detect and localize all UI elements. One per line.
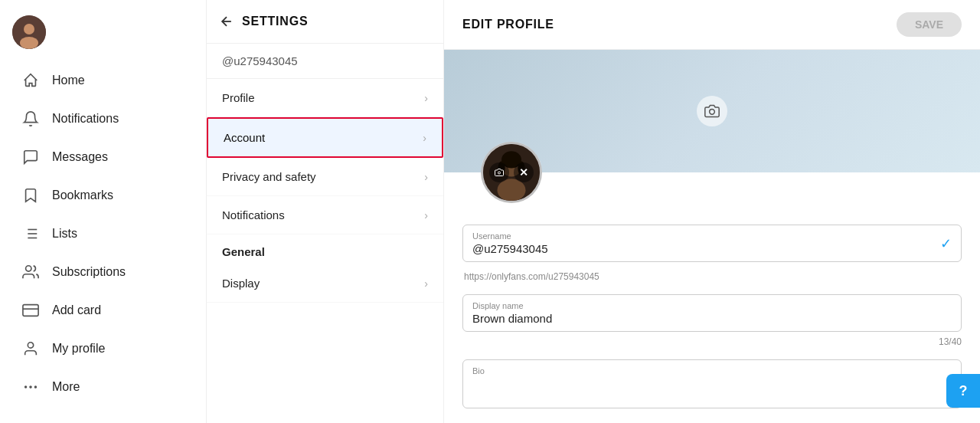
avatar-remove-button[interactable]: ✕ bbox=[514, 162, 534, 182]
svg-point-12 bbox=[28, 343, 33, 348]
chevron-right-icon: › bbox=[424, 92, 428, 104]
svg-point-2 bbox=[20, 37, 38, 49]
chevron-right-icon-notifications: › bbox=[424, 209, 428, 221]
credit-card-icon bbox=[21, 301, 40, 320]
bio-label: Bio bbox=[472, 366, 952, 375]
profile-url: https://onlyfans.com/u275943045 bbox=[462, 268, 962, 282]
sidebar-item-messages-label: Messages bbox=[52, 150, 108, 164]
sidebar-item-bookmarks-label: Bookmarks bbox=[52, 189, 113, 202]
svg-point-13 bbox=[30, 386, 31, 388]
svg-point-16 bbox=[710, 110, 715, 115]
settings-menu-item-account-label: Account bbox=[224, 131, 265, 144]
help-button[interactable]: ? bbox=[946, 374, 980, 408]
bio-field[interactable]: Bio bbox=[462, 359, 962, 408]
settings-menu-item-privacy[interactable]: Privacy and safety › bbox=[207, 158, 443, 196]
list-icon bbox=[21, 225, 40, 243]
settings-menu-item-notifications[interactable]: Notifications › bbox=[207, 196, 443, 234]
settings-menu-item-privacy-label: Privacy and safety bbox=[222, 170, 316, 183]
svg-rect-10 bbox=[23, 305, 38, 316]
sidebar-item-more-label: More bbox=[52, 380, 80, 394]
edit-panel: EDIT PROFILE SAVE bbox=[444, 0, 980, 423]
dots-icon bbox=[21, 378, 40, 396]
settings-menu-item-profile[interactable]: Profile › bbox=[207, 79, 443, 117]
display-name-value: Brown diamond bbox=[472, 312, 927, 325]
save-button[interactable]: SAVE bbox=[897, 12, 962, 37]
sidebar-item-my-profile-label: My profile bbox=[52, 342, 105, 356]
settings-panel: SETTINGS @u275943045 Profile › Account ›… bbox=[207, 0, 444, 423]
sidebar-item-home[interactable]: Home bbox=[6, 62, 200, 99]
sidebar-item-subscriptions[interactable]: Subscriptions bbox=[6, 254, 200, 290]
sidebar-item-my-profile[interactable]: My profile bbox=[6, 330, 200, 367]
svg-point-23 bbox=[498, 172, 501, 174]
display-name-field[interactable]: Display name Brown diamond bbox=[462, 294, 962, 332]
bell-icon bbox=[21, 110, 40, 128]
sidebar-item-add-card[interactable]: Add card bbox=[6, 292, 200, 329]
chevron-right-icon-account: › bbox=[423, 132, 426, 144]
person-circle-icon bbox=[21, 339, 40, 358]
profile-avatar-area[interactable]: ✕ bbox=[481, 142, 542, 203]
sidebar: Home Notifications Messages bbox=[0, 0, 207, 423]
sidebar-item-subscriptions-label: Subscriptions bbox=[52, 265, 126, 279]
svg-point-9 bbox=[26, 266, 31, 271]
sidebar-item-add-card-label: Add card bbox=[52, 303, 101, 317]
sidebar-item-lists[interactable]: Lists bbox=[6, 215, 200, 252]
svg-point-14 bbox=[35, 386, 37, 388]
settings-menu-item-display[interactable]: Display › bbox=[207, 264, 443, 303]
edit-profile-title: EDIT PROFILE bbox=[462, 18, 554, 31]
home-icon bbox=[21, 71, 40, 90]
username-field[interactable]: Username @u275943045 ✓ bbox=[462, 225, 962, 262]
sidebar-item-bookmarks[interactable]: Bookmarks bbox=[6, 177, 200, 214]
form-area: Username @u275943045 ✓ https://onlyfans.… bbox=[444, 209, 980, 423]
display-name-label: Display name bbox=[472, 301, 927, 310]
settings-menu: Profile › Account › Privacy and safety ›… bbox=[207, 79, 443, 423]
back-button[interactable] bbox=[219, 14, 234, 29]
settings-username: @u275943045 bbox=[207, 44, 443, 79]
display-name-counter: 13/40 bbox=[462, 336, 962, 347]
chevron-right-icon-display: › bbox=[424, 277, 428, 290]
person-group-icon bbox=[21, 263, 40, 281]
sidebar-item-lists-label: Lists bbox=[52, 227, 77, 241]
avatar-camera-button[interactable] bbox=[489, 162, 509, 182]
help-icon: ? bbox=[959, 383, 968, 399]
sidebar-item-notifications[interactable]: Notifications bbox=[6, 100, 200, 137]
svg-point-1 bbox=[24, 24, 34, 34]
cover-camera-button[interactable] bbox=[697, 96, 727, 126]
avatar-overlay: ✕ bbox=[481, 142, 542, 203]
settings-section-general: General bbox=[207, 234, 443, 264]
sidebar-item-messages[interactable]: Messages bbox=[6, 139, 200, 175]
settings-menu-item-notifications-label: Notifications bbox=[222, 208, 285, 221]
sidebar-item-more[interactable]: More bbox=[6, 369, 200, 405]
bookmark-icon bbox=[21, 186, 40, 205]
edit-header: EDIT PROFILE SAVE bbox=[444, 0, 980, 50]
settings-menu-item-profile-label: Profile bbox=[222, 91, 255, 104]
check-icon: ✓ bbox=[940, 235, 952, 252]
sidebar-item-home-label: Home bbox=[52, 74, 85, 87]
username-label: Username bbox=[472, 231, 927, 241]
settings-menu-item-display-label: Display bbox=[222, 277, 260, 290]
message-icon bbox=[21, 148, 40, 166]
settings-header: SETTINGS bbox=[207, 0, 443, 44]
avatar[interactable] bbox=[12, 15, 46, 49]
sidebar-nav: Home Notifications Messages bbox=[0, 61, 206, 414]
settings-menu-item-account[interactable]: Account › bbox=[207, 117, 443, 158]
settings-title: SETTINGS bbox=[242, 15, 308, 28]
svg-point-15 bbox=[25, 386, 27, 388]
chevron-right-icon-privacy: › bbox=[424, 171, 428, 183]
username-value: @u275943045 bbox=[472, 242, 927, 255]
sidebar-item-notifications-label: Notifications bbox=[52, 112, 119, 126]
